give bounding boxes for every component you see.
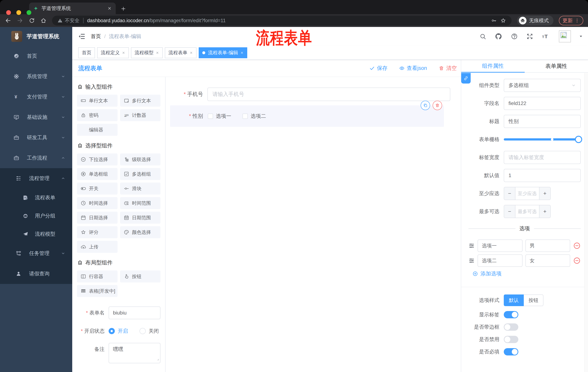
tag-close-icon[interactable] bbox=[189, 51, 193, 54]
palette-item-日期选择[interactable]: 日期选择 bbox=[77, 212, 117, 224]
browser-update-button[interactable]: 更新 bbox=[559, 16, 583, 25]
palette-item-级联选择[interactable]: 级联选择 bbox=[120, 153, 161, 165]
stepper-minus-button[interactable]: − bbox=[504, 205, 515, 218]
palette-item-多选框组[interactable]: 多选框组 bbox=[120, 168, 161, 180]
macos-traffic-lights[interactable] bbox=[6, 10, 31, 15]
palette-item-表格[开发中][interactable]: 表格[开发中] bbox=[77, 285, 117, 297]
sidebar-item-流程表单[interactable]: 流程表单 bbox=[0, 189, 72, 207]
palette-item-密码[interactable]: 密码 bbox=[77, 109, 117, 121]
palette-item-单选框组[interactable]: 单选框组 bbox=[77, 168, 117, 180]
checkbox-box[interactable] bbox=[208, 114, 213, 119]
default-value-input[interactable]: 1 bbox=[504, 169, 581, 182]
gender-checkbox-选项二[interactable]: 选项二 bbox=[242, 113, 266, 120]
drag-handle-icon[interactable] bbox=[469, 243, 475, 249]
breadcrumb-item[interactable]: 首页 bbox=[91, 33, 101, 40]
slider-knob[interactable] bbox=[575, 136, 582, 143]
zoom-window-button[interactable] bbox=[27, 10, 31, 15]
max-checked-placeholder[interactable]: 最多可选 bbox=[515, 205, 539, 218]
hamburger-icon[interactable] bbox=[78, 33, 85, 40]
delete-component-button[interactable] bbox=[433, 101, 442, 110]
查看json-button[interactable]: 查看json bbox=[399, 65, 427, 72]
form-remark-textarea[interactable]: 嘿嘿 bbox=[109, 343, 160, 363]
清空-button[interactable]: 清空 bbox=[439, 65, 457, 72]
bookmark-star-icon[interactable] bbox=[500, 18, 506, 23]
palette-item-编辑器[interactable]: 编辑器 bbox=[77, 124, 117, 136]
home-button[interactable] bbox=[40, 18, 47, 24]
sidebar-item-流程管理[interactable]: 流程管理 bbox=[0, 168, 72, 189]
back-button[interactable] bbox=[5, 17, 11, 24]
add-option-button[interactable]: 添加选项 bbox=[472, 270, 581, 277]
tab-表单属性[interactable]: 表单属性 bbox=[525, 60, 588, 73]
gender-checkbox-选项一[interactable]: 选项一 bbox=[208, 113, 231, 120]
sidebar-item-首页[interactable]: 首页 bbox=[0, 46, 72, 66]
minimize-window-button[interactable] bbox=[16, 10, 21, 15]
toggle-switch-是否必填[interactable] bbox=[504, 348, 518, 355]
sidebar-logo[interactable]: 芋道管理系统 bbox=[0, 27, 72, 46]
inspector-scrollbar[interactable] bbox=[584, 73, 588, 372]
status-radio-开启[interactable]: 开启 bbox=[109, 328, 128, 335]
toggle-switch-显示标签[interactable] bbox=[504, 311, 518, 318]
保存-button[interactable]: 保存 bbox=[369, 65, 388, 72]
toggle-switch-是否带边框[interactable] bbox=[504, 323, 518, 331]
copy-component-button[interactable] bbox=[421, 101, 430, 110]
palette-item-开关[interactable]: 开关 bbox=[77, 182, 117, 195]
search-icon[interactable] bbox=[480, 33, 486, 40]
sidebar-item-支付管理[interactable]: ¥支付管理 bbox=[0, 87, 72, 107]
tag-view-首页[interactable]: 首页 bbox=[78, 47, 95, 58]
sidebar-item-研发工具[interactable]: 研发工具 bbox=[0, 128, 72, 148]
password-key-icon[interactable] bbox=[491, 18, 497, 23]
remove-option-icon[interactable] bbox=[573, 257, 581, 265]
reload-button[interactable] bbox=[29, 18, 35, 24]
option-style-按钮[interactable]: 按钮 bbox=[524, 295, 543, 306]
min-checked-placeholder[interactable]: 至少应选 bbox=[515, 187, 539, 200]
tag-view-流程模型[interactable]: 流程模型 bbox=[131, 47, 163, 58]
panel-drawer-handle[interactable] bbox=[461, 73, 471, 84]
new-tab-button[interactable] bbox=[120, 6, 126, 12]
stepper-plus-button[interactable]: + bbox=[539, 205, 550, 218]
avatar[interactable] bbox=[559, 30, 571, 43]
tag-view-流程表单-编辑[interactable]: 流程表单-编辑 bbox=[199, 47, 247, 58]
textarea-resize-icon[interactable] bbox=[156, 356, 159, 362]
tag-close-icon[interactable] bbox=[240, 51, 244, 54]
option-name-input[interactable]: 选项一 bbox=[478, 240, 523, 252]
forward-button[interactable] bbox=[17, 17, 23, 24]
palette-item-滑块[interactable]: 滑块 bbox=[120, 182, 161, 195]
tag-view-流程定义[interactable]: 流程定义 bbox=[97, 47, 129, 58]
palette-item-日期范围[interactable]: 日期范围 bbox=[120, 212, 161, 224]
remove-option-icon[interactable] bbox=[573, 242, 581, 250]
phone-field-row[interactable]: 手机号 请输入手机号 bbox=[166, 87, 461, 101]
tab-组件属性[interactable]: 组件属性 bbox=[461, 60, 525, 73]
sidebar-item-用户分组[interactable]: 用户分组 bbox=[0, 207, 72, 225]
palette-item-时间范围[interactable]: 时间范围 bbox=[120, 197, 161, 209]
palette-item-上传[interactable]: 上传 bbox=[77, 241, 117, 253]
avatar-caret-down-icon[interactable] bbox=[579, 34, 583, 38]
close-window-button[interactable] bbox=[6, 10, 11, 15]
sidebar-item-任务管理[interactable]: 任务管理 bbox=[0, 243, 72, 264]
form-grid-slider[interactable] bbox=[504, 133, 581, 146]
title-input[interactable]: 性别 bbox=[504, 115, 581, 128]
tab-close-icon[interactable] bbox=[107, 6, 112, 11]
browser-tab[interactable]: 芋道管理系统 bbox=[29, 2, 116, 14]
checkbox-box[interactable] bbox=[242, 114, 248, 119]
font-size-icon[interactable]: TT bbox=[542, 33, 549, 40]
status-radio-关闭[interactable]: 关闭 bbox=[139, 328, 159, 335]
tag-close-icon[interactable] bbox=[122, 51, 125, 54]
label-width-input[interactable]: 请输入标签宽度 bbox=[504, 151, 581, 164]
phone-field-input[interactable]: 请输入手机号 bbox=[207, 87, 450, 101]
address-bar[interactable]: 不安全 dashboard.yudao.iocoder.cn/bpm/manag… bbox=[52, 16, 512, 25]
sidebar-item-系统管理[interactable]: 系统管理 bbox=[0, 66, 72, 87]
field-name-input[interactable]: field122 bbox=[504, 97, 581, 110]
browser-menu-dots-icon[interactable] bbox=[575, 18, 580, 23]
security-warning-icon[interactable] bbox=[57, 18, 63, 23]
sidebar-item-工作流程[interactable]: 工作流程 bbox=[0, 148, 72, 168]
option-value-input[interactable]: 男 bbox=[525, 240, 570, 252]
github-icon[interactable] bbox=[495, 33, 502, 40]
form-name-input[interactable]: biubiu bbox=[109, 307, 160, 319]
tag-view-流程表单[interactable]: 流程表单 bbox=[165, 47, 197, 58]
palette-item-计数器[interactable]: 123计数器 bbox=[120, 109, 161, 121]
stepper-minus-button[interactable]: − bbox=[504, 187, 515, 200]
gender-field-selected-block[interactable]: 性别 选项一选项二 bbox=[170, 105, 444, 127]
stepper-plus-button[interactable]: + bbox=[539, 187, 550, 200]
component-type-select[interactable]: 多选框组 bbox=[504, 79, 581, 92]
palette-item-颜色选择[interactable]: 颜色选择 bbox=[120, 226, 161, 238]
